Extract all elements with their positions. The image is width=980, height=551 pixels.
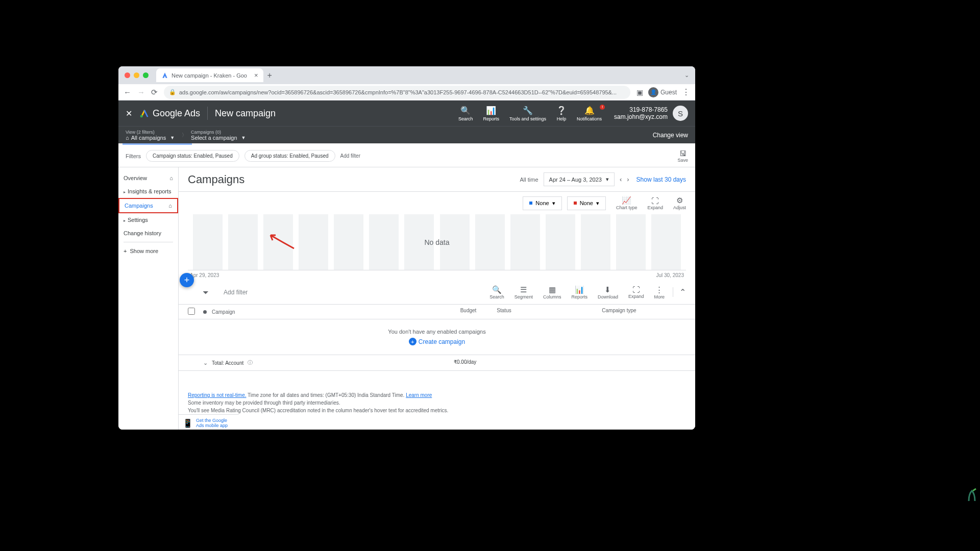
- filter-chip-adgroup-status[interactable]: Ad group status: Enabled, Paused: [244, 150, 335, 162]
- browser-urlbar: ← → ⟳ 🔒 ads.google.com/aw/campaigns/new?…: [118, 84, 695, 101]
- alltime-label: All time: [520, 177, 538, 183]
- main-content: Campaigns All time Apr 24 – Aug 3, 2023▾…: [179, 167, 695, 430]
- window-max-dot[interactable]: [143, 72, 149, 78]
- header-reports[interactable]: 📊Reports: [478, 106, 505, 121]
- address-bar[interactable]: 🔒 ads.google.com/aw/campaigns/new?ocid=3…: [164, 86, 630, 99]
- info-icon[interactable]: ⓘ: [248, 359, 253, 366]
- profile-avatar-icon: 👤: [648, 87, 658, 97]
- tbl-expand[interactable]: ⛶Expand: [623, 285, 649, 299]
- table-add-filter[interactable]: Add filter: [224, 289, 248, 296]
- tbl-columns[interactable]: ▦Columns: [538, 285, 567, 299]
- metric-selector-2[interactable]: None▾: [567, 196, 606, 210]
- filters-label: Filters: [126, 153, 141, 159]
- col-status[interactable]: Status: [497, 308, 602, 316]
- sidebar-show-more[interactable]: +Show more: [118, 244, 178, 258]
- chart-icon: 📈: [622, 196, 631, 205]
- browser-tab[interactable]: New campaign - Kraken - Goo ×: [156, 68, 263, 82]
- sidebar-item-campaigns[interactable]: Campaigns⌂: [118, 198, 178, 213]
- tab-close-icon[interactable]: ×: [254, 71, 258, 79]
- empty-message: You don't have any enabled campaigns: [179, 329, 695, 335]
- view-selector[interactable]: View (2 filters) ⌂All campaigns▼: [126, 130, 175, 141]
- reporting-link[interactable]: Reporting is not real-time.: [188, 392, 247, 398]
- reload-icon[interactable]: ⟳: [151, 88, 158, 97]
- chart-area: No data: [188, 214, 686, 270]
- date-prev-icon[interactable]: ‹: [620, 176, 622, 183]
- save-filter-button[interactable]: 🖫Save: [677, 149, 688, 163]
- search-icon: 🔍: [460, 106, 471, 115]
- breadcrumb-bar: View (2 filters) ⌂All campaigns▼ 〉 Campa…: [118, 126, 695, 143]
- tbl-reports[interactable]: 📊Reports: [566, 285, 593, 299]
- page-subtitle: New campaign: [215, 108, 276, 119]
- tbl-download[interactable]: ⬇Download: [593, 285, 623, 299]
- sidebar-item-history[interactable]: Change history: [118, 227, 178, 240]
- collapse-icon[interactable]: ⌃: [673, 287, 686, 297]
- account-avatar[interactable]: S: [673, 106, 688, 121]
- show-30-days-link[interactable]: Show last 30 days: [636, 176, 686, 183]
- wrench-icon: 🔧: [523, 106, 533, 115]
- add-filter-link[interactable]: Add filter: [340, 153, 360, 159]
- date-range-selector[interactable]: Apr 24 – Aug 3, 2023▾: [544, 172, 615, 186]
- learn-more-link[interactable]: Learn more: [406, 392, 432, 398]
- back-icon[interactable]: ←: [124, 88, 131, 96]
- segment-icon: ☰: [520, 285, 527, 294]
- chart-adjust-button[interactable]: ⚙Adjust: [673, 196, 686, 210]
- mobile-app-promo[interactable]: 📱 Get the Google Ads mobile app: [179, 414, 239, 430]
- header-help[interactable]: ❔Help: [551, 106, 572, 121]
- filter-chip-campaign-status[interactable]: Campaign status: Enabled, Paused: [146, 150, 239, 162]
- new-tab-button[interactable]: +: [267, 71, 272, 80]
- chart-type-button[interactable]: 📈Chart type: [616, 196, 638, 210]
- chevron-down-icon[interactable]: ⌄: [203, 360, 208, 366]
- header-search[interactable]: 🔍Search: [453, 106, 478, 121]
- page-title: Campaigns: [188, 173, 244, 186]
- expand-icon: ▸: [124, 218, 126, 223]
- col-campaign[interactable]: Campaign: [212, 309, 235, 315]
- browser-menu-icon[interactable]: ⋮: [682, 87, 690, 97]
- chart-date-axis: Apr 29, 2023 Jul 30, 2023: [179, 270, 695, 280]
- sidebar-item-insights[interactable]: ▸Insights & reports: [118, 185, 178, 198]
- metric-selector-1[interactable]: None▾: [523, 196, 561, 210]
- download-icon: ⬇: [604, 285, 611, 294]
- browser-titlebar: New campaign - Kraken - Goo × + ⌄: [118, 66, 695, 84]
- tab-title: New campaign - Kraken - Goo: [172, 72, 247, 79]
- page-header: Campaigns All time Apr 24 – Aug 3, 2023▾…: [179, 167, 695, 192]
- window-min-dot[interactable]: [134, 72, 139, 78]
- search-icon: 🔍: [492, 285, 502, 294]
- table-header-row: Campaign Budget Status Campaign type: [179, 305, 695, 319]
- empty-state: You don't have any enabled campaigns +Cr…: [179, 319, 695, 355]
- create-campaign-link[interactable]: +Create campaign: [179, 338, 695, 345]
- select-all-checkbox[interactable]: [188, 308, 195, 315]
- add-campaign-fab[interactable]: +: [180, 273, 194, 287]
- sidebar-item-settings[interactable]: ▸Settings: [118, 213, 178, 227]
- window-close-dot[interactable]: [125, 72, 130, 78]
- notif-badge: !: [600, 105, 605, 110]
- expand-icon: ⛶: [632, 285, 640, 294]
- chart-expand-button[interactable]: ⛶Expand: [647, 196, 663, 210]
- col-type[interactable]: Campaign type: [602, 308, 686, 316]
- page-footer: Reporting is not real-time. Time zone fo…: [179, 371, 695, 430]
- date-next-icon[interactable]: ›: [627, 176, 629, 183]
- google-ads-favicon: [161, 72, 168, 79]
- tabs-dropdown-icon[interactable]: ⌄: [684, 72, 689, 79]
- close-icon[interactable]: ✕: [126, 109, 132, 118]
- funnel-icon[interactable]: ⏷: [202, 288, 209, 296]
- forward-icon[interactable]: →: [137, 88, 145, 96]
- ads-logo-icon: [139, 108, 150, 118]
- sidebar-item-overview[interactable]: Overview⌂: [118, 171, 178, 185]
- change-view-link[interactable]: Change view: [653, 132, 688, 139]
- tbl-more[interactable]: ⋮More: [649, 285, 670, 299]
- tbl-segment[interactable]: ☰Segment: [509, 285, 538, 299]
- chart-toolbar: None▾ None▾ 📈Chart type ⛶Expand ⚙Adjust: [179, 192, 695, 214]
- col-budget[interactable]: Budget: [371, 308, 497, 316]
- campaign-selector[interactable]: Campaigns (0) Select a campaign▼: [191, 130, 246, 141]
- profile-label: Guest: [660, 89, 677, 96]
- header-notifications[interactable]: !🔔Notifications: [572, 106, 607, 121]
- reports-icon: 📊: [486, 106, 496, 115]
- bell-icon: 🔔: [584, 106, 595, 115]
- profile-button[interactable]: 👤 Guest: [648, 87, 677, 97]
- sidebar-divider: [124, 242, 173, 242]
- chevron-down-icon: ▾: [606, 176, 609, 183]
- google-ads-logo[interactable]: Google Ads: [139, 108, 200, 119]
- extensions-icon[interactable]: ▣: [636, 88, 643, 96]
- tbl-search[interactable]: 🔍Search: [484, 285, 509, 299]
- header-tools[interactable]: 🔧Tools and settings: [504, 106, 551, 121]
